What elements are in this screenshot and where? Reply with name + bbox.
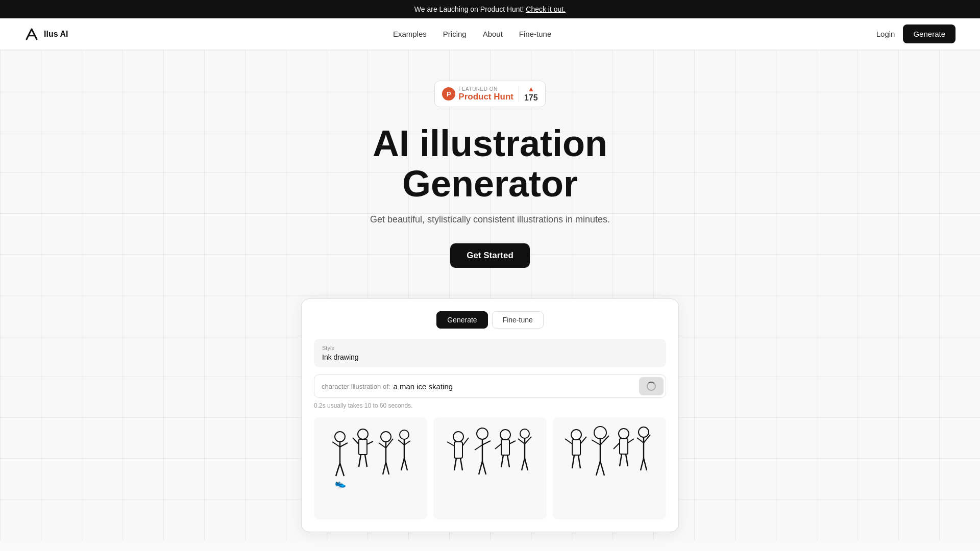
svg-line-66 bbox=[626, 454, 628, 466]
navbar-actions: Login Generate bbox=[876, 24, 955, 43]
logo-text: Ilus AI bbox=[44, 30, 68, 39]
nav-examples[interactable]: Examples bbox=[393, 30, 427, 38]
svg-line-47 bbox=[522, 458, 525, 470]
ph-logo: P FEATURED ON Product Hunt bbox=[442, 86, 513, 102]
svg-point-49 bbox=[571, 430, 581, 440]
svg-line-53 bbox=[572, 455, 574, 468]
hero-title: AI illustration Generator bbox=[373, 123, 607, 204]
svg-rect-62 bbox=[620, 439, 628, 454]
svg-line-52 bbox=[580, 437, 586, 444]
svg-line-65 bbox=[620, 454, 622, 466]
svg-line-33 bbox=[475, 445, 482, 450]
svg-rect-8 bbox=[359, 439, 367, 455]
svg-point-25 bbox=[453, 432, 463, 442]
illustrations-grid: 👟 bbox=[314, 417, 666, 519]
ph-featured-text: FEATURED ON bbox=[458, 86, 513, 92]
main-content: P FEATURED ON Product Hunt ▲ 175 AI illu… bbox=[0, 50, 980, 540]
svg-line-18 bbox=[386, 462, 389, 474]
svg-line-15 bbox=[379, 443, 386, 448]
svg-rect-38 bbox=[501, 440, 509, 455]
svg-line-51 bbox=[565, 439, 572, 444]
hero-title-line2: Generator bbox=[402, 163, 578, 204]
nav-pricing[interactable]: Pricing bbox=[443, 30, 467, 38]
svg-line-45 bbox=[518, 439, 525, 444]
announcement-text: We are Lauching on Product Hunt! bbox=[414, 5, 524, 13]
illustration-svg-3 bbox=[564, 417, 655, 519]
svg-line-22 bbox=[404, 441, 410, 445]
svg-point-13 bbox=[381, 432, 391, 442]
svg-line-29 bbox=[454, 458, 456, 470]
svg-line-10 bbox=[367, 441, 373, 444]
navbar: Ilus AI Examples Pricing About Fine-tune… bbox=[0, 18, 980, 50]
app-preview-card: Generate Fine-tune Style Ink drawing cha… bbox=[301, 298, 679, 532]
illustration-svg-1: 👟 bbox=[325, 417, 416, 519]
ph-divider bbox=[519, 86, 519, 102]
tab-finetune[interactable]: Fine-tune bbox=[492, 311, 544, 329]
ph-circle-icon: P bbox=[442, 87, 455, 101]
svg-line-72 bbox=[644, 458, 647, 470]
logo-group: Ilus AI bbox=[24, 27, 68, 41]
prompt-text[interactable]: a man ice skating bbox=[393, 382, 639, 391]
svg-line-69 bbox=[637, 438, 644, 443]
svg-line-35 bbox=[479, 461, 482, 474]
svg-line-71 bbox=[641, 458, 644, 470]
svg-point-61 bbox=[619, 429, 629, 439]
prompt-prefix: character illustration of: bbox=[322, 383, 390, 390]
svg-point-37 bbox=[500, 430, 510, 440]
svg-line-23 bbox=[401, 458, 404, 470]
ph-vote-count: 175 bbox=[524, 93, 538, 103]
svg-line-12 bbox=[365, 455, 367, 467]
get-started-button[interactable]: Get Started bbox=[450, 243, 530, 268]
login-button[interactable]: Login bbox=[876, 30, 895, 38]
svg-point-43 bbox=[520, 429, 529, 438]
svg-line-54 bbox=[578, 455, 580, 468]
svg-line-39 bbox=[495, 444, 501, 449]
svg-line-36 bbox=[482, 461, 486, 474]
style-label: Style bbox=[322, 345, 658, 351]
hero-title-line1: AI illustration bbox=[373, 123, 607, 164]
product-hunt-badge[interactable]: P FEATURED ON Product Hunt ▲ 175 bbox=[434, 81, 545, 107]
prompt-generate-button[interactable] bbox=[639, 377, 664, 395]
svg-rect-50 bbox=[572, 440, 580, 455]
announcement-link[interactable]: Check it out. bbox=[526, 5, 566, 13]
svg-rect-26 bbox=[454, 442, 462, 458]
svg-point-31 bbox=[477, 428, 488, 439]
spinner-icon bbox=[647, 382, 656, 391]
svg-line-11 bbox=[359, 455, 361, 467]
svg-line-60 bbox=[600, 461, 604, 475]
svg-line-9 bbox=[353, 438, 359, 444]
svg-line-27 bbox=[447, 442, 454, 446]
style-selector[interactable]: Style Ink drawing bbox=[314, 339, 666, 367]
ph-text-group: FEATURED ON Product Hunt bbox=[458, 86, 513, 102]
hero-subtitle: Get beautiful, stylistically consistent … bbox=[370, 214, 610, 225]
svg-point-19 bbox=[400, 430, 409, 439]
announcement-bar: We are Lauching on Product Hunt! Check i… bbox=[0, 0, 980, 18]
preview-tabs: Generate Fine-tune bbox=[314, 311, 666, 329]
ph-brand-name: Product Hunt bbox=[458, 92, 513, 102]
ph-arrow-icon: ▲ bbox=[527, 85, 534, 92]
svg-line-24 bbox=[404, 458, 407, 470]
nav-finetune[interactable]: Fine-tune bbox=[519, 30, 551, 38]
svg-point-0 bbox=[335, 432, 345, 442]
svg-point-67 bbox=[639, 427, 649, 437]
svg-line-41 bbox=[501, 455, 503, 467]
ph-votes: ▲ 175 bbox=[524, 85, 538, 103]
nav-about[interactable]: About bbox=[483, 30, 503, 38]
illustration-svg-2 bbox=[444, 417, 536, 519]
svg-line-21 bbox=[398, 440, 404, 445]
generate-button[interactable]: Generate bbox=[903, 24, 955, 43]
timing-text: 0.2s usually takes 10 to 60 seconds. bbox=[314, 402, 666, 409]
prompt-row: character illustration of: a man ice ska… bbox=[314, 374, 666, 398]
svg-line-48 bbox=[525, 458, 528, 470]
illustration-panel-2 bbox=[433, 417, 547, 519]
svg-line-34 bbox=[482, 441, 491, 445]
style-value: Ink drawing bbox=[322, 353, 658, 361]
svg-line-4 bbox=[336, 463, 340, 476]
svg-line-42 bbox=[507, 455, 509, 467]
svg-point-7 bbox=[358, 429, 368, 439]
nav-links: Examples Pricing About Fine-tune bbox=[393, 30, 551, 38]
svg-line-3 bbox=[340, 443, 348, 447]
tab-generate[interactable]: Generate bbox=[436, 311, 487, 329]
svg-line-30 bbox=[460, 458, 462, 470]
svg-line-63 bbox=[614, 443, 620, 449]
